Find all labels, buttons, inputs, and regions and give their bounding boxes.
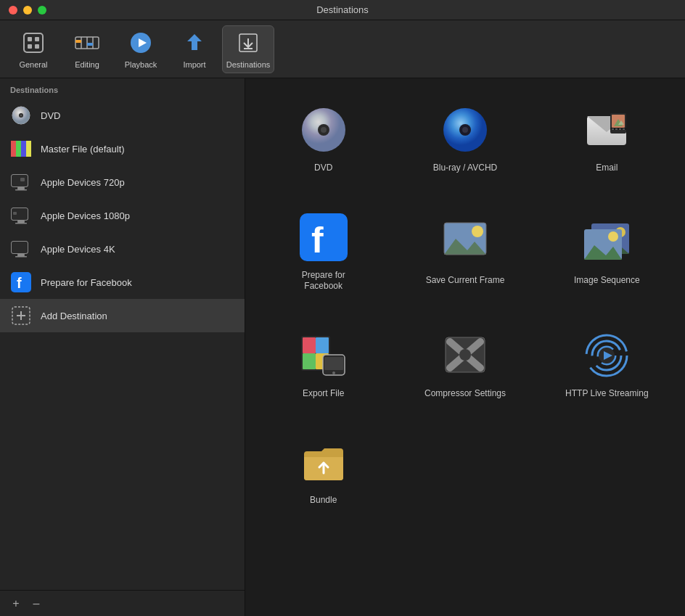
dest-tile-http-live[interactable]: HTTP Live Streaming [544,319,670,411]
svg-point-45 [321,127,327,133]
save-frame-tile-label: Save Current Frame [426,275,505,287]
dest-tile-dvd[interactable]: DVD [260,93,387,186]
svg-rect-25 [12,175,28,186]
close-button[interactable] [9,6,17,15]
svg-text:f: f [17,275,22,291]
sidebar-item-dvd[interactable]: DVD [0,99,245,132]
playback-icon [128,30,154,56]
dest-tile-bluray[interactable]: Blu-ray / AVCHD [401,93,528,186]
export-file-tile-label: Export File [303,388,344,400]
svg-rect-33 [13,212,17,215]
svg-rect-36 [17,254,25,256]
sidebar-item-facebook[interactable]: f Prepare for Facebook [0,266,245,299]
dest-tile-export-file[interactable]: Export File [260,319,387,411]
svg-rect-58 [619,128,621,130]
image-sequence-tile-icon [581,217,632,268]
master-file-sidebar-label: Master File (default) [41,144,125,155]
svg-rect-37 [15,256,27,258]
svg-rect-4 [35,44,39,49]
dvd-sidebar-label: DVD [41,110,60,121]
svg-rect-60 [300,213,348,261]
toolbar: General Editing Playback [0,20,685,78]
sidebar-item-add-destination[interactable]: Add Destination [0,299,245,332]
minimize-button[interactable] [23,6,32,15]
import-label: Import [183,60,205,69]
sidebar-items: DVD Master File (default) [0,99,245,590]
apple-1080p-sidebar-icon [10,205,32,226]
svg-rect-10 [87,43,93,46]
svg-rect-21 [16,141,21,157]
bluray-tile-label: Blu-ray / AVCHD [433,163,497,174]
svg-point-72 [608,231,618,242]
dest-tile-bundle[interactable]: Bundle [260,425,387,518]
destinations-label: Destinations [226,60,271,69]
compressor-tile-icon [440,330,491,381]
dest-tile-compressor[interactable]: Compressor Settings [401,319,528,411]
svg-rect-22 [21,141,26,157]
remove-destination-button[interactable]: – [28,595,45,612]
svg-rect-1 [28,37,32,41]
master-file-sidebar-icon [10,138,32,160]
save-frame-tile-icon [440,217,491,268]
apple-720p-sidebar-label: Apple Devices 720p [41,177,125,188]
svg-rect-26 [17,187,25,189]
bundle-tile-label: Bundle [310,495,337,506]
svg-point-65 [472,226,483,237]
toolbar-item-playback[interactable]: Playback [115,25,167,73]
apple-720p-sidebar-icon [10,171,32,193]
svg-text:f: f [311,220,324,260]
toolbar-item-editing[interactable]: Editing [61,25,113,73]
http-live-tile-icon [581,330,632,381]
svg-rect-27 [15,189,27,191]
window-title: Destinations [316,4,369,15]
main-content: Destinations [0,78,685,616]
svg-rect-59 [623,128,625,130]
export-file-tile-icon [298,330,349,381]
facebook-tile-label: Prepare forFacebook [302,270,345,292]
add-destination-button[interactable]: + [7,595,25,612]
dest-tile-save-frame[interactable]: Save Current Frame [401,200,528,304]
svg-rect-56 [612,128,614,130]
svg-rect-57 [615,128,618,130]
toolbar-item-import[interactable]: Import [168,25,221,73]
apple-1080p-sidebar-label: Apple Devices 1080p [41,210,130,221]
apple-4k-sidebar-label: Apple Devices 4K [41,244,115,255]
general-icon [20,30,46,56]
import-icon [181,30,208,56]
destinations-icon [235,30,261,56]
destination-grid: DVD [245,78,685,616]
svg-point-85 [459,349,471,361]
svg-rect-23 [26,141,31,157]
dest-tile-email[interactable]: Email [544,93,670,186]
svg-rect-32 [15,223,27,224]
dest-tile-image-sequence[interactable]: Image Sequence [544,200,670,304]
svg-rect-20 [11,141,16,157]
dvd-tile-label: DVD [314,163,332,174]
dvd-sidebar-icon [10,104,32,126]
editing-icon [74,30,100,56]
sidebar-item-apple-720p[interactable]: Apple Devices 720p [0,165,245,199]
toolbar-item-general[interactable]: General [7,25,60,73]
svg-point-48 [462,127,468,133]
compressor-tile-label: Compressor Settings [424,388,506,400]
playback-label: Playback [125,60,157,69]
sidebar-item-apple-1080p[interactable]: Apple Devices 1080p [0,199,245,232]
svg-point-19 [20,115,22,117]
svg-rect-28 [20,178,25,181]
facebook-tile-icon: f [298,212,349,263]
sidebar-header: Destinations [0,78,245,99]
svg-rect-35 [12,242,28,253]
add-destination-sidebar-label: Add Destination [41,311,107,321]
svg-point-81 [332,371,335,374]
maximize-button[interactable] [38,6,46,15]
bluray-tile-icon [440,104,491,155]
svg-rect-76 [316,337,329,353]
dest-tile-facebook[interactable]: f Prepare forFacebook [260,200,387,304]
sidebar-item-master-file[interactable]: Master File (default) [0,132,245,165]
email-tile-label: Email [596,163,618,174]
svg-rect-9 [75,40,81,43]
svg-marker-13 [187,34,202,50]
toolbar-item-destinations[interactable]: Destinations [222,25,274,73]
apple-4k-sidebar-icon [10,238,32,260]
sidebar-item-apple-4k[interactable]: Apple Devices 4K [0,232,245,266]
